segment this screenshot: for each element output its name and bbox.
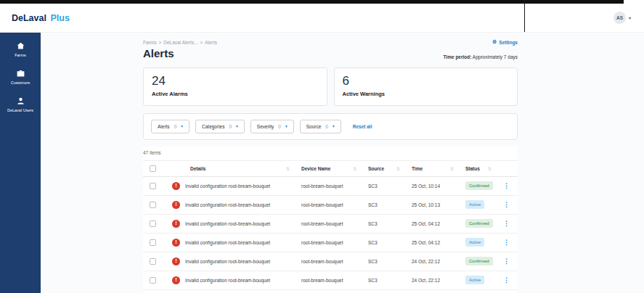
select-all-cell (143, 165, 172, 172)
sort-icon[interactable]: ⇅ (488, 166, 492, 171)
severity-filter-dropdown[interactable]: Severity 0 ▾ (250, 120, 294, 133)
column-label: Details (190, 166, 205, 171)
device-name-cell: root-bream-bouquet (301, 183, 368, 189)
farm-icon (16, 41, 25, 51)
sort-icon[interactable]: ⇅ (450, 166, 454, 171)
breadcrumb-item-delaval-alerts[interactable]: DeLaval Alerts... (163, 40, 197, 45)
kebab-menu-icon[interactable]: ⋮ (503, 182, 510, 189)
kebab-menu-icon[interactable]: ⋮ (503, 201, 510, 208)
column-header-source[interactable]: Source ⇅ (368, 166, 412, 171)
table-row: ! Invalid configuration root-bream-bouqu… (143, 290, 518, 293)
row-checkbox[interactable] (150, 239, 156, 246)
row-checkbox[interactable] (150, 220, 156, 227)
delaval-users-icon (16, 96, 25, 106)
active-warnings-label: Active Warnings (343, 91, 510, 97)
breadcrumb-row: Farms > DeLaval Alerts... > Alerts ⚙ Set… (143, 39, 518, 45)
alert-details: Invalid configuration root-bream-bouquet (185, 259, 270, 264)
column-header-status[interactable]: Status ⇅ (465, 166, 503, 171)
table-row: ! Invalid configuration root-bream-bouqu… (143, 234, 518, 252)
device-name-cell: root-bream-bouquet (301, 202, 368, 207)
user-menu[interactable]: AS ▾ (614, 12, 631, 24)
row-checkbox[interactable] (150, 258, 156, 265)
row-checkbox-cell (143, 183, 172, 189)
column-header-time[interactable]: Time ⇅ (412, 166, 465, 171)
status-badge: Active (465, 238, 484, 247)
alert-details: Invalid configuration root-bream-bouquet (185, 183, 270, 189)
time-cell: 25 Oct, 04:12 (412, 240, 465, 245)
active-alarms-label: Active Alarms (152, 91, 319, 97)
source-cell: SC3 (368, 278, 412, 283)
annotation-line (524, 0, 525, 32)
sort-icon[interactable]: ⇅ (353, 166, 356, 171)
customers-icon (16, 69, 25, 78)
time-cell: 25 Oct, 10:14 (412, 183, 465, 189)
column-label: Device Name (301, 166, 330, 171)
chevron-down-icon: ▾ (333, 124, 335, 128)
details-cell: ! Invalid configuration root-bream-bouqu… (172, 276, 301, 284)
dropdown-count: 0 (229, 124, 232, 129)
actions-cell: ⋮ (503, 239, 518, 246)
settings-link[interactable]: ⚙ Settings (492, 39, 518, 45)
time-cell: 24 Oct, 22:12 (412, 278, 465, 283)
row-checkbox-cell (143, 202, 172, 208)
time-cell: 24 Oct, 22:12 (412, 259, 465, 264)
status-cell: Active (465, 276, 503, 284)
avatar[interactable]: AS (614, 12, 626, 24)
column-header-details[interactable]: Details ⇅ (172, 166, 301, 171)
breadcrumb-separator: > (158, 40, 161, 45)
sidebar-item-customers[interactable]: Customers (0, 69, 41, 85)
source-filter-dropdown[interactable]: Source 0 ▾ (300, 120, 341, 133)
details-cell: ! Invalid configuration root-bream-bouqu… (172, 182, 301, 190)
items-count: 47 items (143, 146, 518, 160)
row-checkbox[interactable] (150, 277, 156, 284)
actions-cell: ⋮ (503, 220, 518, 227)
breadcrumb-item-farms[interactable]: Farms (143, 40, 156, 45)
alarm-error-icon: ! (172, 276, 180, 284)
breadcrumb-item-alerts[interactable]: Alerts (205, 40, 217, 45)
sort-icon[interactable]: ⇅ (286, 166, 290, 171)
status-cell: Confirmed (465, 257, 503, 265)
column-header-device-name[interactable]: Device Name ⇅ (301, 166, 368, 171)
gear-icon: ⚙ (492, 39, 497, 45)
row-checkbox-cell (143, 258, 172, 265)
table-row: ! Invalid configuration root-bream-bouqu… (143, 271, 518, 290)
kebab-menu-icon[interactable]: ⋮ (503, 220, 510, 227)
kebab-menu-icon[interactable]: ⋮ (503, 257, 510, 265)
kebab-menu-icon[interactable]: ⋮ (503, 239, 510, 246)
alarm-error-icon: ! (172, 257, 180, 265)
table-row: ! Invalid configuration root-bream-bouqu… (143, 215, 518, 234)
row-checkbox-cell (143, 277, 172, 284)
row-checkbox[interactable] (150, 183, 156, 189)
table-row: ! Invalid configuration root-bream-bouqu… (143, 177, 518, 196)
select-all-checkbox[interactable] (150, 165, 156, 172)
categories-filter-dropdown[interactable]: Categories 0 ▾ (195, 120, 245, 133)
status-badge: Active (465, 200, 484, 209)
sidebar-item-delaval-users[interactable]: DeLaval Users (0, 96, 41, 112)
status-badge: Active (465, 276, 484, 284)
sort-icon[interactable]: ⇅ (396, 166, 400, 171)
dropdown-label: Alerts (158, 124, 170, 129)
active-alarms-value: 24 (152, 74, 319, 88)
alert-details: Invalid configuration root-bream-bouquet (185, 240, 270, 245)
kebab-menu-icon[interactable]: ⋮ (503, 276, 510, 284)
device-name-cell: root-bream-bouquet (301, 259, 368, 264)
alerts-table: 47 items Details ⇅ Device Name ⇅ (143, 146, 518, 293)
dropdown-label: Categories (202, 124, 224, 129)
sidebar-item-farms[interactable]: Farms (0, 41, 41, 57)
sidebar: Farms Customers DeLaval Users (0, 33, 41, 293)
source-cell: SC3 (368, 202, 412, 207)
brand-logo[interactable]: DeLaval Plus (12, 13, 70, 23)
row-checkbox-cell (143, 239, 172, 246)
breadcrumb: Farms > DeLaval Alerts... > Alerts (143, 40, 217, 45)
dropdown-count: 0 (174, 124, 177, 129)
status-cell: Confirmed (465, 219, 503, 228)
alerts-filter-dropdown[interactable]: Alerts 0 ▾ (151, 120, 189, 133)
chevron-down-icon: ▾ (181, 124, 183, 128)
brand-secondary: Plus (50, 13, 69, 23)
row-checkbox[interactable] (150, 202, 156, 208)
content-container: Farms > DeLaval Alerts... > Alerts ⚙ Set… (143, 33, 518, 293)
status-cell: Confirmed (465, 181, 503, 190)
settings-label: Settings (499, 40, 518, 45)
alert-details: Invalid configuration root-bream-bouquet (185, 278, 270, 283)
reset-all-link[interactable]: Reset all (353, 124, 372, 129)
